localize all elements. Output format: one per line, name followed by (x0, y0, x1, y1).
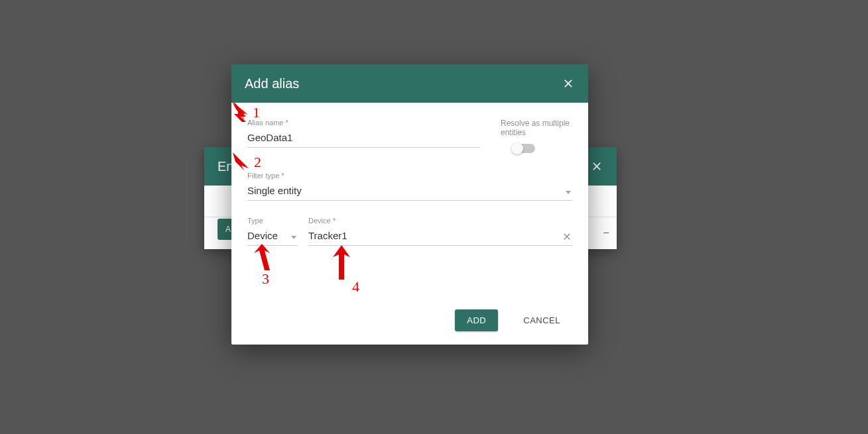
alias-name-input[interactable] (247, 129, 479, 148)
filter-type-field[interactable]: Filter type * Single entity (247, 172, 572, 201)
filter-type-value: Single entity (247, 182, 572, 201)
device-field: Device * (308, 217, 572, 246)
type-field[interactable]: Type Device (247, 217, 298, 246)
close-icon[interactable] (562, 77, 575, 90)
chevron-down-icon (566, 191, 571, 194)
add-alias-footer: ADD CANCEL (231, 299, 588, 345)
alias-name-label: Alias name * (247, 119, 479, 127)
type-label: Type (247, 217, 298, 225)
add-alias-dialog: Add alias Alias name * Resolve as multip… (231, 64, 588, 345)
add-button-label: ADD (467, 315, 486, 325)
cancel-button-label: CANCEL (523, 315, 560, 325)
add-alias-title: Add alias (245, 76, 299, 91)
clear-icon[interactable] (562, 231, 572, 242)
cancel-button[interactable]: CANCEL (511, 309, 572, 331)
device-label: Device * (308, 217, 572, 225)
add-button[interactable]: ADD (455, 309, 498, 331)
alias-name-field: Alias name * (247, 119, 479, 148)
pager-dash: – (603, 227, 609, 237)
add-alias-body: Alias name * Resolve as multiple entitie… (231, 103, 588, 299)
resolve-multiple-field: Resolve as multiple entities (501, 119, 572, 153)
filter-type-label: Filter type * (247, 172, 572, 180)
device-input[interactable] (308, 227, 572, 246)
toggle-thumb (511, 142, 523, 154)
chevron-down-icon (291, 236, 296, 239)
resolve-multiple-label: Resolve as multiple entities (501, 119, 572, 137)
close-icon[interactable] (590, 160, 603, 173)
resolve-multiple-toggle[interactable] (513, 144, 535, 153)
type-value: Device (247, 227, 298, 246)
add-alias-header: Add alias (231, 64, 588, 103)
